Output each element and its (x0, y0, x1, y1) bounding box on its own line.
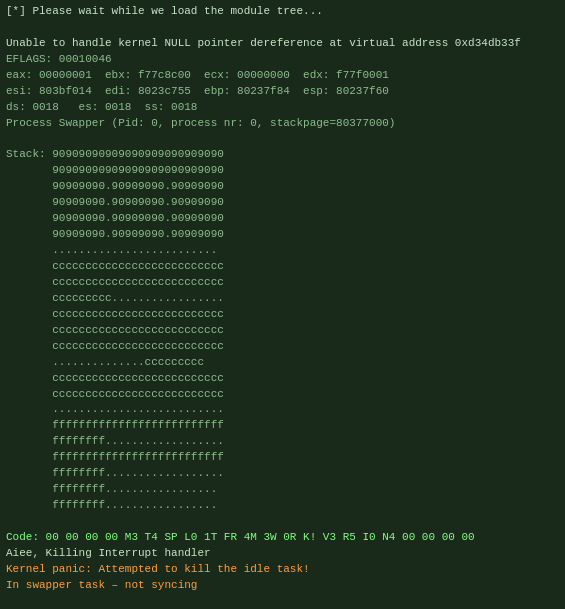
stack3: 90909090.90909090.90909090 (6, 195, 559, 211)
stack-header: Stack: 90909090909090909090909090 (6, 147, 559, 163)
stack19: ffffffffffffffffffffffffff (6, 450, 559, 466)
stack17: ffffffffffffffffffffffffff (6, 418, 559, 434)
process-info: Process Swapper (Pid: 0, process nr: 0, … (6, 116, 559, 132)
seg-registers: ds: 0018 es: 0018 ss: 0018 (6, 100, 559, 116)
stack10: cccccccccccccccccccccccccc (6, 307, 559, 323)
not-syncing: In swapper task – not syncing (6, 578, 559, 594)
stack4: 90909090.90909090.90909090 (6, 211, 559, 227)
stack13: ..............ccccccccc (6, 355, 559, 371)
stack21: ffffffff................. (6, 482, 559, 498)
stack22: ffffffff................. (6, 498, 559, 514)
kernel-error: Unable to handle kernel NULL pointer der… (6, 36, 559, 52)
stack20: ffffffff.................. (6, 466, 559, 482)
terminal-window: [*] Please wait while we load the module… (0, 0, 565, 609)
stack5: 90909090.90909090.90909090 (6, 227, 559, 243)
code-line: Code: 00 00 00 00 M3 T4 SP L0 1T FR 4M 3… (6, 530, 559, 546)
stack12: cccccccccccccccccccccccccc (6, 339, 559, 355)
stack1: 90909090909090909090909090 (6, 163, 559, 179)
blank1 (6, 20, 559, 36)
stack6: ......................... (6, 243, 559, 259)
eflags: EFLAGS: 00010046 (6, 52, 559, 68)
registers1: eax: 00000001 ebx: f77c8c00 ecx: 0000000… (6, 68, 559, 84)
stack2: 90909090.90909090.90909090 (6, 179, 559, 195)
stack14: cccccccccccccccccccccccccc (6, 371, 559, 387)
blank4 (6, 594, 559, 609)
stack9: ccccccccc................. (6, 291, 559, 307)
aiee-msg: Aiee, Killing Interrupt handler (6, 546, 559, 562)
kernel-panic: Kernel panic: Attempted to kill the idle… (6, 562, 559, 578)
loading-msg: [*] Please wait while we load the module… (6, 4, 559, 20)
blank2 (6, 132, 559, 148)
stack7: cccccccccccccccccccccccccc (6, 259, 559, 275)
stack16: .......................... (6, 402, 559, 418)
stack8: cccccccccccccccccccccccccc (6, 275, 559, 291)
registers2: esi: 803bf014 edi: 8023c755 ebp: 80237f8… (6, 84, 559, 100)
blank3 (6, 514, 559, 530)
stack18: ffffffff.................. (6, 434, 559, 450)
stack11: cccccccccccccccccccccccccc (6, 323, 559, 339)
stack15: cccccccccccccccccccccccccc (6, 387, 559, 403)
